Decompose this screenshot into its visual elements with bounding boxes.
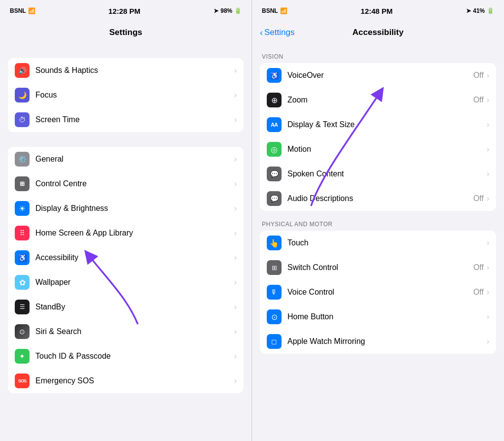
audiodesc-icon: 💬 xyxy=(267,191,282,206)
list-item[interactable]: 🌙 Focus › xyxy=(8,83,244,107)
chevron-icon: › xyxy=(487,96,489,104)
chevron-icon: › xyxy=(487,170,489,178)
emergency-label: Emergency SOS xyxy=(35,376,234,385)
voicecontrol-item[interactable]: 🎙 Voice Control Off › xyxy=(260,280,496,305)
left-location-icon: ➤ xyxy=(214,7,219,14)
voiceover-item[interactable]: ♿ VoiceOver Off › xyxy=(260,63,496,88)
chevron-icon: › xyxy=(234,253,237,262)
wallpaper-label: Wallpaper xyxy=(35,278,234,287)
chevron-icon: › xyxy=(487,71,489,80)
chevron-icon: › xyxy=(234,278,237,287)
vision-section-label: VISION xyxy=(252,43,504,63)
motor-section-label: PHYSICAL AND MOTOR xyxy=(252,211,504,231)
right-battery-icon: 🔋 xyxy=(487,7,494,14)
vision-section: VISION ♿ VoiceOver Off › ⊕ Zoom Off › xyxy=(252,43,504,211)
homebutton-icon: ⊙ xyxy=(267,309,282,324)
sounds-icon: 🔊 xyxy=(15,63,30,78)
list-item[interactable]: ⠿ Home Screen & App Library › xyxy=(8,221,244,245)
left-content: 🔊 Sounds & Haptics › 🌙 Focus › ⏱ Screen … xyxy=(0,43,252,441)
back-button[interactable]: ‹ Settings xyxy=(260,28,294,38)
audiodesc-item[interactable]: 💬 Audio Descriptions Off › xyxy=(260,186,496,211)
zoom-item[interactable]: ⊕ Zoom Off › xyxy=(260,88,496,112)
accessibility-label: Accessibility xyxy=(35,253,234,262)
right-page-title: Accessibility xyxy=(352,28,404,37)
spokencontent-label: Spoken Content xyxy=(287,170,487,178)
left-battery-icon: 🔋 xyxy=(234,7,242,14)
right-status-bar: BSNL 📶 12:48 PM ➤ 41% 🔋 xyxy=(252,0,504,22)
accessibility-icon: ♿ xyxy=(15,250,30,265)
left-group2-list: ⚙️ General › ⊞ Control Centre › ☀ Displa… xyxy=(8,147,244,393)
siri-label: Siri & Search xyxy=(35,327,234,336)
motor-list: 👆 Touch › ⊞ Switch Control Off › 🎙 xyxy=(260,231,496,354)
emergency-icon: SOS xyxy=(15,373,30,388)
list-item[interactable]: ✿ Wallpaper › xyxy=(8,270,244,295)
list-item[interactable]: ✦ Touch ID & Passcode › xyxy=(8,344,244,369)
displaytext-icon: AA xyxy=(267,117,282,132)
chevron-icon: › xyxy=(487,312,489,321)
chevron-icon: › xyxy=(234,303,237,311)
right-content: VISION ♿ VoiceOver Off › ⊕ Zoom Off › xyxy=(252,43,504,441)
chevron-icon: › xyxy=(234,115,237,124)
right-wifi-icon: 📶 xyxy=(280,7,287,14)
chevron-icon: › xyxy=(487,263,489,272)
motion-icon: ◎ xyxy=(267,142,282,157)
standby-icon: ☰ xyxy=(15,300,30,314)
chevron-icon: › xyxy=(234,204,237,213)
list-item[interactable]: ☰ StandBy › xyxy=(8,295,244,319)
chevron-icon: › xyxy=(487,120,489,129)
left-group1-list: 🔊 Sounds & Haptics › 🌙 Focus › ⏱ Screen … xyxy=(8,58,244,132)
list-item[interactable]: ⊙ Siri & Search › xyxy=(8,319,244,344)
accessibility-item[interactable]: ♿ Accessibility › xyxy=(8,245,244,270)
displaytext-label: Display & Text Size xyxy=(287,120,487,129)
displaytext-item[interactable]: AA Display & Text Size › xyxy=(260,112,496,137)
homebutton-item[interactable]: ⊙ Home Button › xyxy=(260,305,496,329)
right-carrier: BSNL xyxy=(262,7,278,14)
applewatch-icon: ◻ xyxy=(267,334,282,349)
screentime-label: Screen Time xyxy=(35,115,234,124)
general-label: General xyxy=(35,155,234,164)
chevron-icon: › xyxy=(234,327,237,336)
applewatch-label: Apple Watch Mirroring xyxy=(287,337,487,346)
chevron-icon: › xyxy=(487,337,489,346)
voicecontrol-icon: 🎙 xyxy=(267,285,282,300)
applewatch-item[interactable]: ◻ Apple Watch Mirroring › xyxy=(260,329,496,354)
controlcentre-icon: ⊞ xyxy=(15,176,30,191)
left-phone-panel: BSNL 📶 12:28 PM ➤ 98% 🔋 Settings 🔊 Sound… xyxy=(0,0,252,441)
voiceover-value: Off xyxy=(473,71,484,80)
screentime-icon: ⏱ xyxy=(15,112,30,127)
left-status-bar: BSNL 📶 12:28 PM ➤ 98% 🔋 xyxy=(0,0,252,22)
left-time: 12:28 PM xyxy=(108,7,140,15)
chevron-icon: › xyxy=(234,179,237,188)
left-status-right: ➤ 98% 🔋 xyxy=(214,7,242,14)
zoom-icon: ⊕ xyxy=(267,93,282,107)
motion-label: Motion xyxy=(287,145,487,154)
touchid-label: Touch ID & Passcode xyxy=(35,352,234,361)
motion-item[interactable]: ◎ Motion › xyxy=(260,137,496,162)
list-item[interactable]: ⏱ Screen Time › xyxy=(8,107,244,132)
left-nav-bar: Settings xyxy=(0,22,252,43)
audiodesc-value: Off xyxy=(473,194,484,203)
chevron-icon: › xyxy=(234,91,237,100)
voiceover-icon: ♿ xyxy=(267,68,282,83)
switchcontrol-icon: ⊞ xyxy=(267,260,282,275)
touch-item[interactable]: 👆 Touch › xyxy=(260,231,496,255)
list-item[interactable]: 🔊 Sounds & Haptics › xyxy=(8,58,244,83)
zoom-label: Zoom xyxy=(287,96,473,104)
switchcontrol-value: Off xyxy=(473,263,484,272)
spokencontent-item[interactable]: 💬 Spoken Content › xyxy=(260,162,496,186)
list-item[interactable]: ☀ Display & Brightness › xyxy=(8,196,244,221)
siri-icon: ⊙ xyxy=(15,324,30,339)
focus-icon: 🌙 xyxy=(15,88,30,102)
chevron-icon: › xyxy=(487,145,489,154)
spokencontent-icon: 💬 xyxy=(267,167,282,181)
chevron-icon: › xyxy=(234,229,237,237)
controlcentre-label: Control Centre xyxy=(35,179,234,188)
list-item[interactable]: ⚙️ General › xyxy=(8,147,244,171)
right-status-right: ➤ 41% 🔋 xyxy=(466,7,494,14)
list-item[interactable]: SOS Emergency SOS › xyxy=(8,369,244,393)
switchcontrol-item[interactable]: ⊞ Switch Control Off › xyxy=(260,255,496,280)
back-label: Settings xyxy=(264,28,294,37)
touch-label: Touch xyxy=(287,238,487,247)
right-battery-pct: 41% xyxy=(473,7,485,14)
list-item[interactable]: ⊞ Control Centre › xyxy=(8,171,244,196)
